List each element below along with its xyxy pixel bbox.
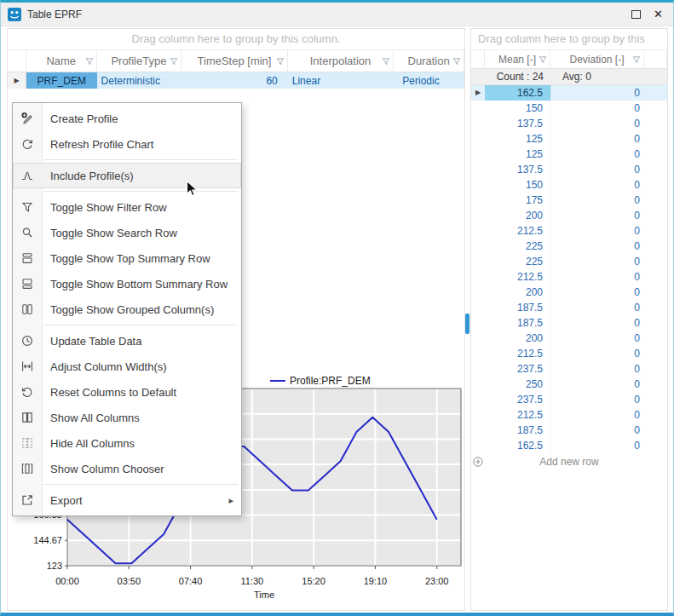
cell-deviation[interactable]: 0 <box>550 438 644 453</box>
cell-profiletype[interactable]: Deterministic <box>97 72 182 89</box>
cell-deviation[interactable]: 0 <box>550 131 644 147</box>
table-row[interactable]: 237.50 <box>471 392 667 407</box>
menu-item-toggle-show-top-summary-row[interactable]: Toggle Show Top Summary Row <box>13 245 241 271</box>
cell-mean[interactable]: 162.5 <box>485 85 550 101</box>
table-row[interactable]: 2000 <box>471 285 667 300</box>
table-row[interactable]: 162.50 <box>471 438 667 453</box>
table-row[interactable]: 1750 <box>471 193 667 208</box>
cell-name[interactable]: PRF_DEM <box>26 72 97 89</box>
menu-item-include-profile-s[interactable]: Include Profile(s) <box>13 163 241 188</box>
cell-mean[interactable]: 200 <box>485 285 550 300</box>
menu-item-reset-columns-to-default[interactable]: Reset Columns to Default <box>13 379 241 405</box>
column-header-timestep-min[interactable]: TimeStep [min] <box>181 50 288 72</box>
menu-item-export[interactable]: Export▸ <box>13 487 241 513</box>
cell-deviation[interactable]: 0 <box>550 269 644 285</box>
cell-deviation[interactable]: 0 <box>550 193 644 208</box>
cell-deviation[interactable]: 0 <box>550 423 644 438</box>
column-header-name[interactable]: Name <box>26 50 97 72</box>
cell-mean[interactable]: 212.5 <box>485 407 550 423</box>
cell-deviation[interactable]: 0 <box>550 101 644 116</box>
table-row[interactable]: 187.50 <box>471 315 667 331</box>
table-row[interactable]: 2000 <box>471 208 667 223</box>
menu-item-toggle-show-grouped-column-s[interactable]: Toggle Show Grouped Column(s) <box>13 296 241 322</box>
table-row[interactable]: 212.50 <box>471 346 667 361</box>
close-button[interactable]: ✕ <box>654 9 663 20</box>
group-by-area-right[interactable]: Drag column here to group by this <box>471 29 667 50</box>
table-row[interactable]: 212.50 <box>471 407 667 423</box>
menu-item-hide-all-columns[interactable]: Hide All Columns <box>13 430 241 456</box>
cell-deviation[interactable]: 0 <box>550 392 644 407</box>
table-row[interactable]: 137.50 <box>471 116 667 131</box>
filter-icon[interactable] <box>632 55 641 64</box>
cell-mean[interactable]: 225 <box>485 254 550 269</box>
cell-deviation[interactable]: 0 <box>550 223 644 239</box>
filter-icon[interactable] <box>539 55 547 64</box>
menu-item-toggle-show-search-row[interactable]: Toggle Show Search Row <box>13 220 241 245</box>
titlebar[interactable]: Table EPRF ✕ <box>1 3 673 26</box>
cell-mean[interactable]: 137.5 <box>485 162 550 177</box>
cell-deviation[interactable]: 0 <box>550 85 644 101</box>
cell-mean[interactable]: 150 <box>485 177 550 193</box>
cell-mean[interactable]: 175 <box>485 193 550 208</box>
group-by-area-left[interactable]: Drag column here to group by this column… <box>8 29 464 50</box>
cell-mean[interactable]: 212.5 <box>485 223 550 239</box>
cell-deviation[interactable]: 0 <box>550 285 644 300</box>
menu-item-show-column-chooser[interactable]: Show Column Chooser <box>13 456 241 481</box>
cell-mean[interactable]: 237.5 <box>485 392 550 407</box>
menu-item-update-table-data[interactable]: Update Table Data <box>13 328 241 354</box>
cell-timestep[interactable]: 60 <box>181 72 288 89</box>
cell-deviation[interactable]: 0 <box>550 315 644 331</box>
menu-item-show-all-columns[interactable]: Show All Columns <box>13 405 241 430</box>
table-row[interactable]: 137.50 <box>471 162 667 177</box>
cell-deviation[interactable]: 0 <box>550 254 644 269</box>
filter-icon[interactable] <box>382 57 390 66</box>
cell-deviation[interactable]: 0 <box>550 116 644 131</box>
table-row[interactable]: 2000 <box>471 331 667 346</box>
filter-icon[interactable] <box>452 57 461 66</box>
filter-icon[interactable] <box>85 57 94 66</box>
menu-item-adjust-column-width-s[interactable]: Adjust Column Width(s) <box>13 354 241 379</box>
cell-mean[interactable]: 212.5 <box>485 269 550 285</box>
cell-deviation[interactable]: 0 <box>550 346 644 361</box>
cell-mean[interactable]: 200 <box>485 208 550 223</box>
cell-deviation[interactable]: 0 <box>550 361 644 377</box>
cell-mean[interactable]: 212.5 <box>485 346 550 361</box>
table-row[interactable]: 1250 <box>471 147 667 162</box>
cell-mean[interactable]: 225 <box>485 239 550 254</box>
column-header-mean[interactable]: Mean [-] <box>485 50 550 68</box>
cell-deviation[interactable]: 0 <box>550 300 644 315</box>
cell-mean[interactable]: 187.5 <box>485 315 550 331</box>
cell-mean[interactable]: 125 <box>485 147 550 162</box>
cell-deviation[interactable]: 0 <box>550 177 644 193</box>
cell-mean[interactable]: 125 <box>485 131 550 147</box>
table-row[interactable]: 2500 <box>471 377 667 392</box>
cell-deviation[interactable]: 0 <box>550 377 644 392</box>
column-header-duration[interactable]: Duration <box>394 50 464 72</box>
table-row[interactable]: 1500 <box>471 101 667 116</box>
cell-mean[interactable]: 150 <box>485 101 550 116</box>
cell-mean[interactable]: 137.5 <box>485 116 550 131</box>
table-row[interactable]: 237.50 <box>471 361 667 377</box>
menu-item-toggle-show-bottom-summary-row[interactable]: Toggle Show Bottom Summary Row <box>13 271 241 296</box>
menu-item-toggle-show-filter-row[interactable]: Toggle Show Filter Row <box>13 194 241 220</box>
table-row[interactable]: 187.50 <box>471 423 667 438</box>
column-header-interpolation[interactable]: Interpolation <box>288 50 395 72</box>
splitter-handle[interactable] <box>465 314 469 334</box>
cell-mean[interactable]: 200 <box>485 331 550 346</box>
cell-mean[interactable]: 187.5 <box>485 423 550 438</box>
add-new-row[interactable]: Add new row <box>471 453 667 469</box>
table-row[interactable]: 1500 <box>471 177 667 193</box>
column-header-profiletype[interactable]: ProfileType <box>97 50 182 72</box>
table-row[interactable]: 2250 <box>471 254 667 269</box>
table-row[interactable]: 1250 <box>471 131 667 147</box>
cell-deviation[interactable]: 0 <box>550 162 644 177</box>
profile-table-row[interactable]: ▶PRF_DEMDeterministic60LinearPeriodic <box>8 72 464 89</box>
table-row[interactable]: 187.50 <box>471 300 667 315</box>
table-row[interactable]: 212.50 <box>471 223 667 239</box>
table-row[interactable]: 212.50 <box>471 269 667 285</box>
column-header-deviation[interactable]: Deviation [-] <box>550 50 644 68</box>
cell-interpolation[interactable]: Linear <box>288 72 395 89</box>
cell-duration[interactable]: Periodic <box>394 72 464 89</box>
filter-icon[interactable] <box>170 57 178 66</box>
maximize-button[interactable] <box>631 10 641 19</box>
